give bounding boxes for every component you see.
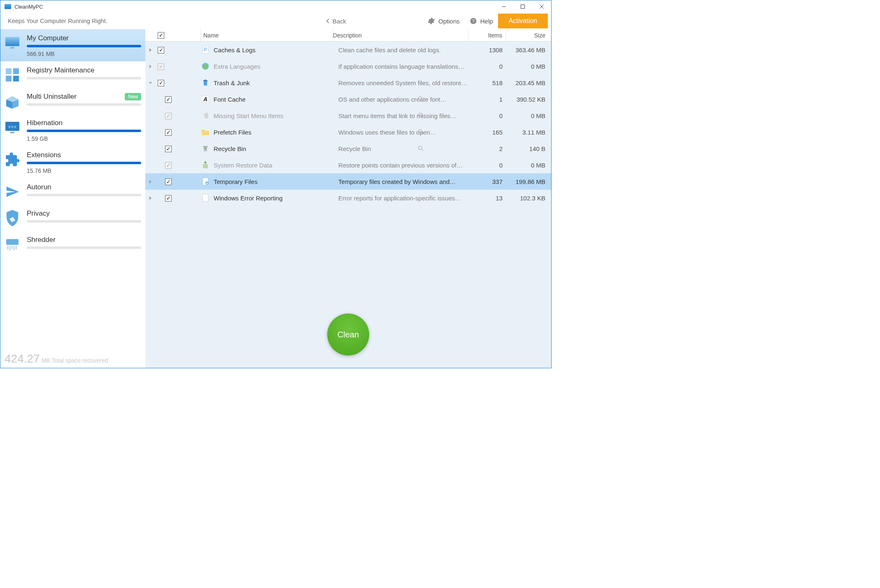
magnify-icon[interactable]	[418, 129, 424, 136]
table-row[interactable]: 5 Missing Start Menu Items Start menu it…	[145, 107, 551, 124]
svg-text:z·z·z: z·z·z	[9, 125, 16, 129]
row-checkbox[interactable]	[165, 129, 172, 136]
table-row[interactable]: Temporary Files Temporary files created …	[145, 173, 551, 190]
magnify-icon[interactable]	[418, 112, 424, 119]
clean-button[interactable]: Clean	[327, 314, 369, 356]
footer-text: MB Total space recovered	[42, 357, 108, 364]
disclosure-icon[interactable]	[145, 179, 155, 184]
restore-icon	[200, 161, 211, 169]
sidebar-item-multi-uninstaller[interactable]: Multi Uninstaller New	[0, 88, 145, 114]
magnify-icon[interactable]	[418, 96, 424, 103]
table-row[interactable]: A Font Cache OS and other applications c…	[145, 91, 551, 107]
sidebar-item-sub: 1.59 GB	[27, 135, 141, 142]
table-row[interactable]: Extra Languages If application contains …	[145, 58, 551, 74]
row-size: 102.3 KB	[506, 195, 551, 202]
header-name[interactable]: Name	[201, 32, 333, 39]
select-all-checkbox[interactable]	[158, 32, 164, 39]
row-size: 3.11 MB	[506, 129, 551, 136]
row-items: 0	[469, 162, 506, 169]
sidebar-item-privacy[interactable]: Privacy	[0, 205, 145, 231]
disclosure-icon[interactable]	[145, 196, 155, 200]
row-size: 363.46 MB	[506, 46, 551, 53]
minimize-button[interactable]	[494, 0, 513, 13]
svg-point-37	[419, 129, 422, 133]
back-button[interactable]: Back	[326, 18, 346, 25]
main-panel: Name Description Items Size Caches & Log…	[145, 29, 551, 368]
sidebar-progress	[27, 77, 141, 79]
row-checkbox[interactable]	[158, 47, 164, 53]
svg-rect-1	[521, 5, 525, 9]
row-description: Clean cache files and delete old logs.	[338, 46, 469, 53]
sidebar-item-my-computer[interactable]: My Computer 566.91 MB	[0, 29, 145, 61]
svg-rect-42	[203, 164, 208, 168]
maximize-button[interactable]	[513, 0, 532, 13]
toolbar: Keeps Your Computer Running Right. Back …	[0, 13, 551, 29]
sidebar-progress	[27, 162, 141, 164]
svg-rect-10	[13, 68, 19, 74]
row-description: Error reports for application-specific i…	[338, 195, 469, 202]
sidebar-item-extensions[interactable]: Extensions 15.76 MB	[0, 146, 145, 178]
row-checkbox[interactable]	[165, 113, 172, 119]
startmenu-icon: 5	[200, 112, 211, 119]
header-items[interactable]: Items	[468, 32, 505, 39]
row-name: Caches & Logs	[211, 46, 338, 53]
row-name: Extra Languages	[211, 63, 338, 70]
folder-icon	[200, 129, 211, 135]
row-items: 13	[469, 195, 506, 202]
row-description: Removes unneeded System files, old resto…	[338, 79, 469, 86]
table-row[interactable]: Prefetch Files Windows uses these files …	[145, 124, 551, 140]
magnify-icon[interactable]	[418, 145, 424, 152]
table-row[interactable]: Recycle Bin Recycle Bin 2 140 B	[145, 140, 551, 157]
svg-rect-39	[203, 146, 208, 147]
row-description: Temporary files created by Windows and…	[338, 178, 469, 185]
trash-blue-icon	[200, 79, 211, 87]
header-description[interactable]: Description	[333, 32, 468, 39]
table-row[interactable]: Trash & Junk Removes unneeded System fil…	[145, 74, 551, 91]
sidebar-progress	[27, 103, 141, 106]
sidebar-progress	[27, 246, 141, 249]
row-size: 203.45 MB	[506, 79, 551, 86]
sidebar-item-autorun[interactable]: Autorun	[0, 178, 145, 205]
sidebar-progress	[27, 130, 141, 132]
table-row[interactable]: Caches & Logs Clean cache files and dele…	[145, 42, 551, 58]
row-size: 0 MB	[506, 162, 551, 169]
sidebar-item-registry-maintenance[interactable]: Registry Maintenance	[0, 61, 145, 88]
table-row[interactable]: Windows Error Reporting Error reports fo…	[145, 190, 551, 206]
help-button[interactable]: ? Help	[465, 13, 498, 29]
row-checkbox[interactable]	[165, 96, 172, 103]
font-icon: A	[200, 95, 211, 103]
options-button[interactable]: Options	[423, 13, 465, 29]
sidebar-item-hibernation[interactable]: z·z·z Hibernation 1.59 GB	[0, 114, 145, 146]
row-description: OS and other applications create font…	[338, 96, 469, 103]
sidebar-item-sub: 566.91 MB	[27, 51, 141, 57]
row-checkbox[interactable]	[165, 162, 172, 169]
temp-icon	[200, 177, 211, 186]
disclosure-icon[interactable]	[145, 81, 155, 85]
svg-rect-27	[203, 80, 208, 81]
row-checkbox[interactable]	[165, 195, 172, 202]
disclosure-icon[interactable]	[145, 64, 155, 69]
row-items: 1308	[469, 46, 506, 53]
svg-rect-45	[203, 194, 208, 202]
svg-point-40	[419, 146, 422, 149]
row-size: 140 B	[506, 145, 551, 152]
row-checkbox[interactable]	[158, 63, 164, 70]
row-items: 518	[469, 79, 506, 86]
svg-rect-15	[10, 132, 14, 133]
sleep-icon: z·z·z	[4, 119, 21, 136]
sidebar-item-sub: 15.76 MB	[27, 167, 141, 174]
row-checkbox[interactable]	[158, 80, 164, 86]
disclosure-icon[interactable]	[145, 48, 155, 52]
table-row[interactable]: System Restore Data Restore points conta…	[145, 157, 551, 173]
box-icon	[4, 93, 21, 110]
activation-button[interactable]: Activation	[498, 14, 548, 28]
app-title: CleanMyPC	[14, 4, 43, 10]
row-size: 390.52 KB	[506, 96, 551, 103]
close-button[interactable]	[532, 0, 551, 13]
sidebar-item-shredder[interactable]: Shredder	[0, 231, 145, 257]
sidebar-item-label: Hibernation	[27, 119, 63, 127]
header-size[interactable]: Size	[506, 32, 551, 39]
row-checkbox[interactable]	[165, 146, 172, 152]
row-name: Trash & Junk	[211, 79, 338, 86]
row-checkbox[interactable]	[165, 179, 172, 185]
